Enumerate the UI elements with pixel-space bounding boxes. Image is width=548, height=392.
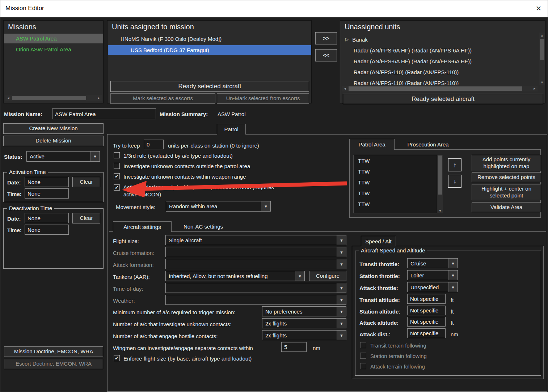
area-point-item[interactable]: TTW (354, 199, 437, 209)
add-points-button[interactable]: Add points currently highlighted on map (472, 155, 541, 171)
deactivation-clear-button[interactable]: Clear (72, 213, 100, 223)
weather-dropdown[interactable]: ▾ (165, 295, 346, 305)
configure-tankers-button[interactable]: Configure (309, 271, 346, 281)
scroll-left-icon[interactable]: ◄ (342, 86, 348, 91)
scrollbar-thumb[interactable] (12, 96, 86, 100)
activation-date-input[interactable]: None (25, 177, 69, 187)
tab-speed-alt[interactable]: Speed / Alt (361, 236, 396, 246)
chevron-down-icon[interactable]: ▾ (261, 201, 270, 211)
scroll-right-icon[interactable]: ► (532, 86, 538, 91)
ready-selected-aircraft-button[interactable]: Ready selected aircraft (110, 81, 309, 92)
scrollbar-thumb[interactable] (438, 155, 442, 195)
area-point-item[interactable]: TTW (354, 177, 437, 188)
status-dropdown[interactable]: Active ▾ (26, 151, 100, 162)
tab-aircraft-settings[interactable]: Aircraft settings (113, 221, 172, 232)
unassigned-vscrollbar[interactable]: ▲ ▼ (539, 33, 545, 85)
unassigned-unit-item[interactable]: Radar (AN/FPS-6A HF) (Radar (AN/FPS-6A H… (341, 56, 538, 67)
attack-altitude-input[interactable]: Not specifie (407, 317, 446, 327)
mission-doctrine-button[interactable]: Mission Doctrine, EMCON, WRA (4, 346, 103, 357)
assigned-unit-item[interactable]: HNoMS Narvik (F 300 Oslo [Dealey Mod]) (108, 34, 311, 44)
chevron-down-icon[interactable]: ▾ (337, 235, 346, 245)
active-emissions-checkbox[interactable]: ✓ (114, 184, 120, 191)
move-point-up-button[interactable]: ↑ (448, 158, 461, 171)
activation-time-input[interactable]: None (25, 188, 69, 199)
chevron-down-icon[interactable]: ▾ (337, 283, 346, 293)
deactivation-date-input[interactable]: None (25, 213, 69, 223)
assigned-unit-item[interactable]: USS Bedford (DDG 37 Farragut) (108, 45, 311, 55)
transit-altitude-input[interactable]: Not specifie (407, 294, 446, 304)
enforce-flight-size-checkbox[interactable]: ✓ (114, 355, 120, 361)
mission-name-input[interactable] (52, 108, 156, 119)
area-list-scrollbar[interactable]: ▼ (437, 155, 443, 213)
area-point-item[interactable]: TTW (354, 155, 437, 166)
scroll-left-icon[interactable]: ◄ (5, 95, 11, 101)
mission-list-item[interactable]: Orion ASW Patrol Area (4, 44, 103, 54)
chevron-down-icon[interactable]: ▾ (295, 271, 304, 281)
try-to-keep-input[interactable] (144, 140, 164, 149)
tree-expand-icon[interactable]: ▷ (345, 37, 349, 42)
scroll-down-icon[interactable]: ▼ (437, 208, 443, 213)
highlight-center-button[interactable]: Highlight + center on selected point (472, 184, 541, 200)
tab-nonac-settings[interactable]: Non-AC settings (172, 221, 235, 232)
scroll-up-icon[interactable]: ▲ (539, 33, 545, 38)
tab-patrol[interactable]: Patrol (217, 124, 246, 135)
ready-selected-aircraft-button[interactable]: Ready selected aircraft (343, 94, 543, 104)
deactivation-time-input[interactable]: None (25, 225, 69, 235)
chevron-down-icon[interactable]: ▾ (448, 270, 458, 280)
area-point-item[interactable]: TTW (354, 188, 437, 199)
unassigned-unit-item[interactable]: Radar (AN/FPS-110) (Radar (AN/FPS-110)) (341, 77, 538, 85)
tab-patrol-area[interactable]: Patrol Area (349, 139, 395, 150)
flight-size-dropdown[interactable]: Single aircraft ▾ (165, 235, 346, 245)
missions-hscrollbar[interactable]: ◄ ► (5, 95, 102, 101)
escort-doctrine-button[interactable]: Escort Doctrine, EMCON, WRA (4, 359, 103, 369)
chevron-down-icon[interactable]: ▾ (90, 152, 100, 161)
attack-distance-input[interactable]: Not specifie (407, 328, 446, 338)
close-icon[interactable]: ✕ (536, 4, 541, 13)
investigate-within-checkbox[interactable]: ✓ (114, 173, 120, 179)
attack-throttle-dropdown[interactable]: Unspecified ▾ (407, 282, 458, 292)
move-point-down-button[interactable]: ↓ (448, 175, 461, 188)
tab-prosecution-area[interactable]: Prosecution Area (395, 139, 461, 150)
station-terrain-checkbox[interactable] (360, 353, 366, 359)
chevron-down-icon[interactable]: ▾ (337, 259, 346, 269)
chevron-down-icon[interactable]: ▾ (337, 247, 346, 257)
chevron-down-icon[interactable]: ▾ (448, 259, 458, 268)
chevron-down-icon[interactable]: ▾ (337, 331, 346, 340)
delete-mission-button[interactable]: Delete Mission (3, 136, 104, 146)
investigate-outside-checkbox[interactable] (114, 163, 120, 169)
mission-list-item[interactable]: ASW Patrol Area (4, 34, 103, 43)
station-altitude-input[interactable]: Not specifie (407, 306, 446, 315)
chevron-down-icon[interactable]: ▾ (337, 307, 346, 316)
mark-escorts-button[interactable]: Mark selected as escorts (110, 93, 215, 104)
area-point-item[interactable]: TTW (354, 166, 437, 177)
validate-area-button[interactable]: Validate Area (472, 203, 541, 212)
scroll-down-icon[interactable]: ▼ (539, 80, 545, 85)
activation-clear-button[interactable]: Clear (72, 177, 100, 187)
third-rule-checkbox[interactable] (114, 152, 120, 158)
attack-formation-dropdown[interactable]: ▾ (165, 259, 346, 269)
transit-throttle-dropdown[interactable]: Cruise ▾ (407, 258, 458, 268)
tankers-dropdown[interactable]: Inherited, Allow, but not tankers refuel… (165, 271, 305, 281)
chevron-down-icon[interactable]: ▾ (337, 295, 346, 304)
unmark-escorts-button[interactable]: Un-Mark selected from escorts (217, 93, 309, 104)
wingmen-range-input[interactable] (281, 342, 307, 352)
unassigned-unit-item[interactable]: Radar (AN/FPS-6A HF) (Radar (AN/FPS-6A H… (341, 45, 538, 56)
remove-points-button[interactable]: Remove selected points (472, 172, 541, 182)
station-throttle-dropdown[interactable]: Loiter ▾ (407, 270, 458, 280)
chevron-down-icon[interactable]: ▾ (448, 282, 458, 292)
assign-unit-button[interactable]: >> (315, 32, 337, 44)
time-of-day-dropdown[interactable]: ▾ (165, 283, 346, 293)
unassigned-hscrollbar[interactable]: ◄ ► (342, 86, 538, 91)
chevron-down-icon[interactable]: ▾ (337, 319, 346, 328)
cruise-formation-dropdown[interactable]: ▾ (165, 247, 346, 257)
unassign-unit-button[interactable]: << (315, 49, 337, 61)
scrollbar-thumb[interactable] (540, 39, 544, 60)
unassigned-unit-item[interactable]: Radar (AN/FPS-110) (Radar (AN/FPS-110)) (341, 67, 538, 77)
tree-group-row[interactable]: ▷ Banak (341, 34, 538, 45)
investigate-count-dropdown[interactable]: 2x flights ▾ (262, 318, 346, 328)
min-aircraft-dropdown[interactable]: No preferences ▾ (262, 306, 346, 316)
movement-style-dropdown[interactable]: Random within area ▾ (166, 201, 271, 212)
attack-terrain-checkbox[interactable] (360, 363, 366, 369)
create-new-mission-button[interactable]: Create New Mission (3, 123, 104, 134)
transit-terrain-checkbox[interactable] (360, 342, 366, 348)
